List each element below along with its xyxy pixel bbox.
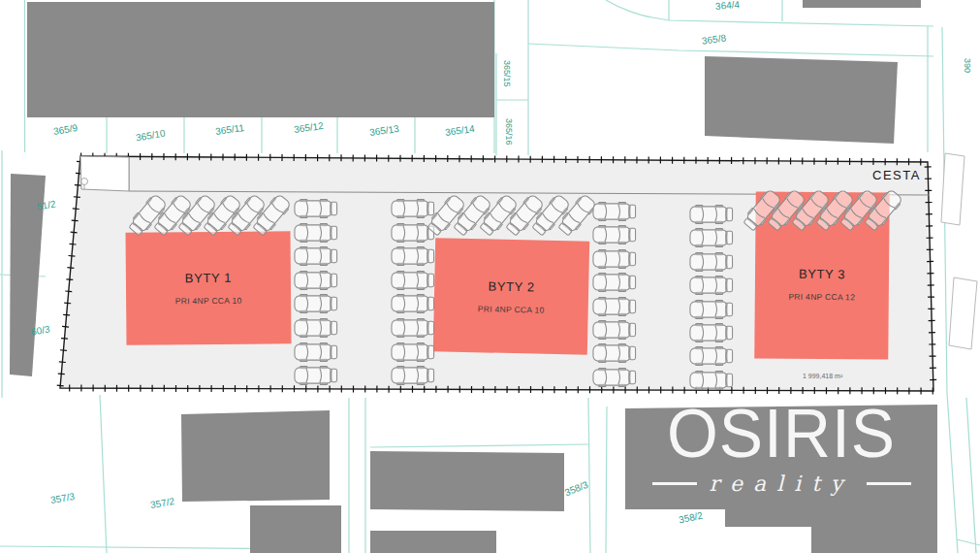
parcel-label-390: 390: [963, 58, 972, 73]
building-northeast: [705, 56, 898, 144]
planned-building-byty-3: BYTY 3 PRI 4NP CCA 12: [754, 191, 889, 359]
building-south-1: [181, 410, 330, 502]
building-top-sliver: [803, 0, 921, 8]
site-area-label: 1 999,418 m²: [803, 373, 842, 379]
site-plan: BYTY 1 PRI 4NP CCA 10 BYTY 2 PRI 4NP CCA…: [0, 0, 980, 553]
building-name: BYTY 3: [799, 267, 845, 281]
building-name: BYTY 1: [185, 271, 232, 285]
building-south-3: [370, 451, 564, 511]
building-note: PRI 4NP CCA 12: [788, 292, 855, 303]
building-note: PRI 4NP CCA 10: [478, 304, 545, 314]
building-south-4: [370, 531, 496, 553]
building-note: PRI 4NP CCA 10: [175, 296, 242, 307]
parcel-label-365-15: 365/15: [502, 60, 512, 87]
building-south-2: [250, 505, 341, 553]
site-notch: [80, 156, 129, 191]
building-name: BYTY 2: [488, 278, 534, 294]
road-label: CESTA: [872, 168, 921, 182]
parcel-label-365-16: 365/16: [504, 118, 514, 146]
planned-building-byty-2: BYTY 2 PRI 4NP CCA 10: [433, 238, 589, 354]
building-southeast-l: [625, 405, 937, 553]
planned-building-byty-1: BYTY 1 PRI 4NP CCA 10: [125, 231, 291, 344]
building-north-block: [27, 2, 494, 117]
